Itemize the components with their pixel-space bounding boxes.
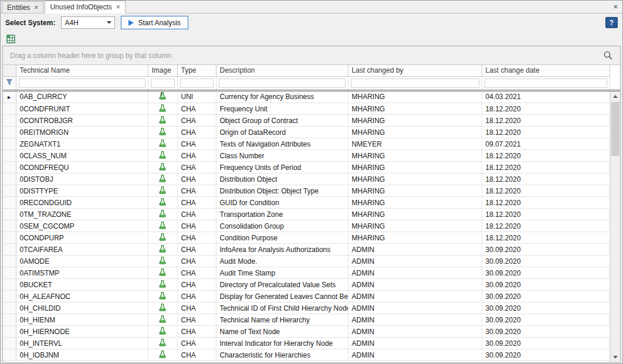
system-dropdown-value: A4H: [65, 19, 78, 27]
cell-image: $: [148, 174, 177, 185]
cell-technical-name: 0DISTTYPE: [16, 185, 148, 197]
table-row[interactable]: 0SEM_CGCOMP $ CHAConsolidation GroupMHAR…: [3, 220, 610, 232]
cell-last-change-date: 30.09.2020: [482, 326, 610, 338]
column-header-last_changed_by[interactable]: Last changed by: [348, 65, 482, 76]
select-system-label: Select System:: [5, 19, 55, 27]
filter-input-description[interactable]: [219, 79, 346, 88]
cell-last-change-date: 18.12.2020: [482, 115, 610, 127]
filter-input-type[interactable]: [180, 79, 214, 88]
scroll-down-icon[interactable]: [611, 352, 620, 362]
tab-unused-infoobjects-label: Unused InfoObjects: [50, 3, 111, 11]
cell-description: Frequency Units of Period: [216, 162, 348, 174]
cell-description: Interval Indicator for Hierarchy Node: [216, 338, 348, 349]
table-row[interactable]: 0REITMORIGN $ CHAOrigin of DataRecordMHA…: [3, 127, 610, 138]
table-row[interactable]: 0H_ALEAFNOC $ CHADisplay for Generated L…: [3, 291, 610, 302]
filter-input-last_changed_by[interactable]: [351, 79, 479, 88]
tab-unused-infoobjects-close-icon[interactable]: ×: [116, 4, 120, 11]
cell-last-changed-by: ADMIN: [348, 244, 482, 256]
cell-technical-name: 0CONTROBJGR: [16, 115, 148, 127]
group-by-panel[interactable]: Drag a column header here to group by th…: [3, 46, 620, 65]
table-row[interactable]: 0CLASS_NUM $ CHAClass NumberMHARING18.12…: [3, 150, 610, 162]
table-row[interactable]: 0H_CHILDID $ CHATechnical ID of First Ch…: [3, 302, 610, 314]
table-row[interactable]: 0CONDPURP $ CHACondition PurposeMHARING1…: [3, 232, 610, 244]
svg-text:$: $: [160, 93, 162, 97]
cell-description: Technical Name of Hierarchy: [216, 314, 348, 326]
infoobject-flask-icon: $: [158, 326, 167, 335]
cell-last-changed-by: MHARING: [348, 232, 482, 244]
cell-type: CHA: [177, 244, 216, 256]
cell-image: $: [148, 115, 177, 127]
row-indicator-cell: [3, 150, 16, 162]
cell-technical-name: 0H_IOBJNM: [16, 349, 148, 361]
filter-input-image[interactable]: [151, 79, 175, 88]
infoobject-flask-icon: $: [158, 162, 167, 171]
table-row[interactable]: 0DISTOBJ $ CHADistribution ObjectMHARING…: [3, 174, 610, 185]
grid-body-area: ►0AB_CURRCY $ UNICurrency for Agency Bus…: [3, 91, 620, 363]
cell-description: Directory of Precalculated Value Sets: [216, 279, 348, 291]
cell-last-change-date: 18.12.2020: [482, 232, 610, 244]
column-header-technical_name[interactable]: Technical Name: [16, 65, 148, 76]
cell-type: CHA: [177, 279, 216, 291]
infoobject-flask-icon: $: [158, 174, 167, 183]
table-row[interactable]: 0ATIMSTMP $ CHAAudit Time StampADMIN30.0…: [3, 267, 610, 279]
table-row[interactable]: 0CONTROBJGR $ CHAObject Group of Contrac…: [3, 115, 610, 127]
table-row[interactable]: 0CONDFRUNIT $ CHAFrequency UnitMHARING18…: [3, 103, 610, 115]
grid-filter-row: [3, 77, 610, 90]
infoobject-flask-icon: $: [158, 104, 167, 113]
table-row[interactable]: 0CONDFREQU $ CHAFrequency Units of Perio…: [3, 162, 610, 174]
cell-description: Texts of Navigation Attributes: [216, 138, 348, 150]
table-row[interactable]: 0H_HIERNODE $ CHAName of Text NodeADMIN3…: [3, 326, 610, 338]
search-icon[interactable]: [603, 50, 613, 60]
table-row[interactable]: 0TCAIFAREA $ CHAInfoArea for Analysis Au…: [3, 244, 610, 256]
system-dropdown[interactable]: A4H: [61, 16, 115, 29]
cell-image: $: [148, 209, 177, 220]
table-row[interactable]: 0DISTTYPE $ CHADistribution Object: Obje…: [3, 185, 610, 197]
table-row[interactable]: 0TM_TRAZONE $ CHATransportation ZoneMHAR…: [3, 209, 610, 220]
scrollbar-thumb[interactable]: [611, 102, 619, 156]
cell-technical-name: 0CONDFREQU: [16, 162, 148, 174]
scroll-up-icon[interactable]: [611, 91, 620, 101]
tab-entities-close-icon[interactable]: ×: [34, 4, 38, 11]
cell-last-change-date: 18.12.2020: [482, 127, 610, 138]
filter-input-technical_name[interactable]: [19, 79, 145, 88]
cell-last-changed-by: MHARING: [348, 220, 482, 232]
table-row[interactable]: 0BUCKET $ CHADirectory of Precalculated …: [3, 279, 610, 291]
current-row-arrow-icon: ►: [6, 94, 12, 100]
infoobject-flask-icon: $: [158, 315, 167, 324]
column-header-last_change_date[interactable]: Last change date: [482, 65, 610, 76]
cell-technical-name: 0H_HIENM: [16, 314, 148, 326]
infoobject-flask-icon: $: [158, 233, 167, 241]
filter-input-last_change_date[interactable]: [485, 79, 608, 88]
cell-last-changed-by: MHARING: [348, 209, 482, 220]
panel-close-icon[interactable]: ×: [608, 2, 622, 11]
cell-technical-name: 0ATIMSTMP: [16, 267, 148, 279]
infoobject-flask-icon: $: [158, 291, 167, 300]
column-header-image[interactable]: Image: [148, 65, 177, 76]
row-indicator-cell: ►: [3, 91, 16, 103]
table-row[interactable]: ZEGNATXT1 $ CHATexts of Navigation Attri…: [3, 138, 610, 150]
cell-last-change-date: 30.09.2020: [482, 244, 610, 256]
table-row[interactable]: 0RECONDGUID $ CHAGUID for ConditionMHARI…: [3, 197, 610, 209]
tab-unused-infoobjects[interactable]: Unused InfoObjects ×: [45, 1, 125, 13]
row-indicator-cell: [3, 291, 16, 302]
table-row[interactable]: 0H_HIENM $ CHATechnical Name of Hierarch…: [3, 314, 610, 326]
help-button[interactable]: ?: [605, 17, 618, 28]
table-row[interactable]: 0H_INTERVL $ CHAInterval Indicator for H…: [3, 338, 610, 349]
cell-last-change-date: 18.12.2020: [482, 150, 610, 162]
excel-export-icon[interactable]: [5, 33, 16, 44]
start-analysis-button[interactable]: Start Analysis: [121, 16, 188, 29]
vertical-scrollbar[interactable]: [610, 91, 620, 363]
cell-last-change-date: 18.12.2020: [482, 162, 610, 174]
tab-entities[interactable]: Entities ×: [2, 1, 43, 13]
table-row[interactable]: ►0AB_CURRCY $ UNICurrency for Agency Bus…: [3, 91, 610, 103]
cell-description: Display for Generated Leaves Cannot Be C…: [216, 291, 348, 302]
table-row[interactable]: 0AMODE $ CHAAudit Mode.ADMIN30.09.2020: [3, 256, 610, 267]
cell-image: $: [148, 91, 177, 103]
cell-last-changed-by: ADMIN: [348, 314, 482, 326]
table-row[interactable]: 0H_IOBJNM $ CHACharacteristic for Hierar…: [3, 349, 610, 361]
column-header-description[interactable]: Description: [216, 65, 348, 76]
cell-description: GUID for Condition: [216, 197, 348, 209]
column-header-type[interactable]: Type: [177, 65, 216, 76]
infoobject-flask-icon: $: [158, 151, 167, 159]
tab-bar: Entities × Unused InfoObjects × ×: [1, 1, 622, 13]
